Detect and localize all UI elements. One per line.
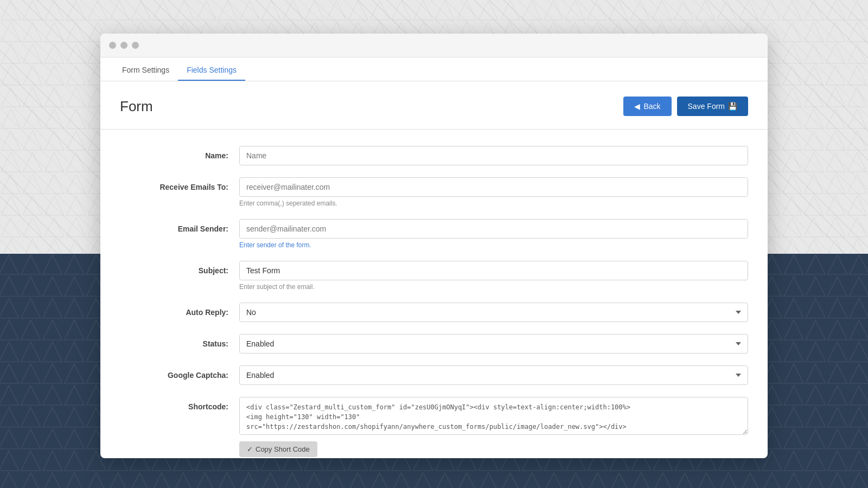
window-controls xyxy=(109,42,139,49)
status-row: Status: Enabled Disabled xyxy=(120,334,748,354)
shortcode-textarea[interactable] xyxy=(239,397,748,435)
name-label: Name: xyxy=(120,146,239,160)
google-captcha-field-container: Enabled Disabled xyxy=(239,365,748,385)
shortcode-row: Shortcode: ✓ Copy Short Code xyxy=(120,397,748,457)
email-sender-label: Email Sender: xyxy=(120,219,239,233)
email-sender-input[interactable] xyxy=(239,219,748,239)
dot-minimize xyxy=(120,42,127,49)
status-label: Status: xyxy=(120,334,239,348)
form-body: Name: Receive Emails To: Enter comma(,) … xyxy=(100,130,768,458)
back-button[interactable]: ◀ Back xyxy=(623,97,671,116)
header-buttons: ◀ Back Save Form 💾 xyxy=(623,97,748,116)
dot-close xyxy=(109,42,116,49)
status-field-container: Enabled Disabled xyxy=(239,334,748,354)
subject-row: Subject: Enter subject of the email. xyxy=(120,261,748,291)
save-icon: 💾 xyxy=(728,102,737,111)
copy-check-icon: ✓ xyxy=(247,445,253,453)
subject-hint: Enter subject of the email. xyxy=(239,283,748,291)
content-area: Form ◀ Back Save Form 💾 Name: xyxy=(100,81,768,458)
back-arrow-icon: ◀ xyxy=(634,102,640,111)
receive-emails-input[interactable] xyxy=(239,177,748,197)
email-sender-row: Email Sender: Enter sender of the form. xyxy=(120,219,748,249)
google-captcha-row: Google Captcha: Enabled Disabled xyxy=(120,365,748,385)
dot-maximize xyxy=(132,42,139,49)
google-captcha-label: Google Captcha: xyxy=(120,365,239,380)
receive-emails-field-container: Enter comma(,) seperated emails. xyxy=(239,177,748,207)
status-select[interactable]: Enabled Disabled xyxy=(239,334,748,354)
save-form-button[interactable]: Save Form 💾 xyxy=(677,97,748,116)
copy-shortcode-button[interactable]: ✓ Copy Short Code xyxy=(239,441,317,457)
google-captcha-select[interactable]: Enabled Disabled xyxy=(239,365,748,385)
tab-fields-settings[interactable]: Fields Settings xyxy=(178,60,245,81)
save-button-label: Save Form xyxy=(688,102,725,111)
auto-reply-field-container: No Yes xyxy=(239,303,748,322)
form-header: Form ◀ Back Save Form 💾 xyxy=(100,81,768,130)
page-title: Form xyxy=(120,98,153,115)
titlebar xyxy=(100,34,768,57)
tabbar: Form Settings Fields Settings xyxy=(100,57,768,81)
subject-field-container: Enter subject of the email. xyxy=(239,261,748,291)
name-field-container xyxy=(239,146,748,165)
receive-emails-label: Receive Emails To: xyxy=(120,177,239,191)
subject-label: Subject: xyxy=(120,261,239,275)
shortcode-label: Shortcode: xyxy=(120,397,239,411)
copy-button-label: Copy Short Code xyxy=(256,445,310,453)
auto-reply-select[interactable]: No Yes xyxy=(239,303,748,322)
name-input[interactable] xyxy=(239,146,748,165)
tab-form-settings[interactable]: Form Settings xyxy=(113,60,178,81)
main-window: Form Settings Fields Settings Form ◀ Bac… xyxy=(100,34,768,458)
email-sender-field-container: Enter sender of the form. xyxy=(239,219,748,249)
auto-reply-label: Auto Reply: xyxy=(120,303,239,317)
name-row: Name: xyxy=(120,146,748,165)
back-button-label: Back xyxy=(643,102,660,111)
email-sender-hint: Enter sender of the form. xyxy=(239,241,748,249)
receive-emails-row: Receive Emails To: Enter comma(,) sepera… xyxy=(120,177,748,207)
subject-input[interactable] xyxy=(239,261,748,280)
auto-reply-row: Auto Reply: No Yes xyxy=(120,303,748,322)
shortcode-field-container: ✓ Copy Short Code xyxy=(239,397,748,457)
receive-emails-hint: Enter comma(,) seperated emails. xyxy=(239,200,748,207)
